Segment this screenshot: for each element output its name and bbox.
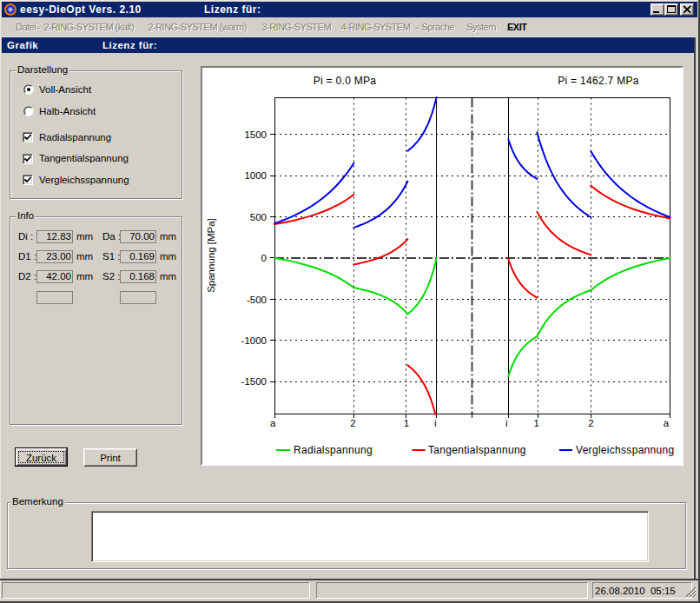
svg-text:500: 500 bbox=[250, 212, 267, 222]
svg-text:Tangentialspannung: Tangentialspannung bbox=[428, 444, 526, 456]
svg-text:Pi = 1462.7 MPa: Pi = 1462.7 MPa bbox=[558, 75, 639, 87]
svg-text:a: a bbox=[664, 418, 670, 428]
svg-text:2: 2 bbox=[588, 418, 593, 428]
svg-text:0: 0 bbox=[261, 253, 267, 263]
svg-text:-500: -500 bbox=[247, 295, 267, 305]
svg-text:1: 1 bbox=[533, 418, 538, 428]
svg-text:Radialspannung: Radialspannung bbox=[294, 444, 373, 456]
svg-text:Pi = 0.0 MPa: Pi = 0.0 MPa bbox=[314, 75, 377, 87]
svg-text:1500: 1500 bbox=[244, 129, 267, 140]
svg-text:-1000: -1000 bbox=[241, 335, 267, 346]
svg-text:1: 1 bbox=[404, 418, 409, 428]
svg-text:i: i bbox=[434, 418, 437, 428]
svg-text:-1500: -1500 bbox=[241, 376, 267, 387]
svg-text:Vergleichsspannung: Vergleichsspannung bbox=[576, 444, 674, 456]
svg-text:1000: 1000 bbox=[244, 170, 267, 181]
svg-text:a: a bbox=[270, 418, 276, 428]
svg-text:2: 2 bbox=[350, 418, 355, 428]
svg-text:Spannung [MPa]: Spannung [MPa] bbox=[206, 218, 216, 293]
svg-text:i: i bbox=[505, 418, 508, 428]
